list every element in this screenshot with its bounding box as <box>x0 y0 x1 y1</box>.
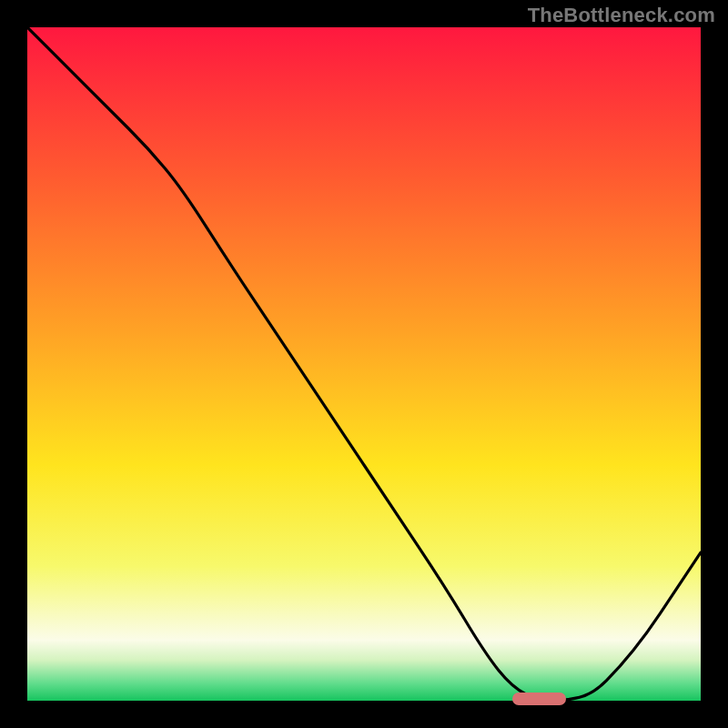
optimal-range-marker <box>512 693 566 705</box>
plot-frame <box>27 27 701 701</box>
curve-layer <box>27 27 701 701</box>
chart-root: TheBottleneck.com <box>0 0 728 728</box>
watermark-text: TheBottleneck.com <box>528 4 715 27</box>
bottleneck-curve <box>27 27 701 701</box>
